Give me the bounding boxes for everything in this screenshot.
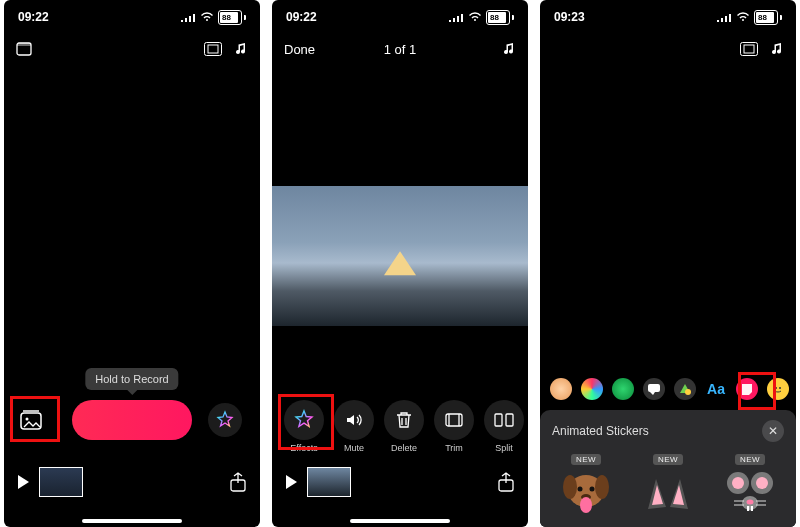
tool-delete[interactable]: Delete bbox=[384, 400, 424, 453]
library-button[interactable] bbox=[20, 409, 44, 431]
svg-rect-33 bbox=[751, 506, 753, 511]
music-icon[interactable] bbox=[236, 42, 248, 56]
top-bar bbox=[4, 28, 260, 70]
tool-row: Effects Mute Delete Trim Split Dupli bbox=[272, 400, 528, 453]
tool-label: Split bbox=[495, 443, 513, 453]
effect-filters[interactable] bbox=[581, 378, 603, 400]
battery-indicator: 88 bbox=[486, 10, 514, 25]
music-icon[interactable] bbox=[772, 42, 784, 56]
svg-point-5 bbox=[26, 418, 29, 421]
clock: 09:22 bbox=[18, 10, 49, 24]
home-indicator[interactable] bbox=[82, 519, 182, 523]
sticker-cat-ears[interactable]: NEW bbox=[634, 454, 702, 515]
play-button[interactable] bbox=[286, 475, 297, 489]
svg-rect-1 bbox=[17, 43, 31, 46]
tool-effects[interactable]: Effects bbox=[284, 400, 324, 453]
sticker-mouse[interactable]: NEW bbox=[716, 454, 784, 515]
svg-point-31 bbox=[747, 500, 754, 505]
status-bar: 09:22 88 bbox=[4, 0, 260, 28]
status-indicators: 88 bbox=[448, 10, 514, 25]
stickers-panel: Animated Stickers ✕ NEW NEW NEW bbox=[540, 410, 796, 527]
share-button[interactable] bbox=[498, 472, 514, 492]
svg-point-22 bbox=[578, 487, 583, 492]
svg-point-25 bbox=[580, 497, 592, 513]
screen-2-edit: 09:22 88 Done 1 of 1 Effects Mute Delete bbox=[272, 0, 528, 527]
svg-point-29 bbox=[756, 477, 768, 489]
battery-indicator: 88 bbox=[218, 10, 246, 25]
svg-point-16 bbox=[685, 389, 691, 395]
effect-text[interactable]: Aa bbox=[705, 378, 727, 400]
done-button[interactable]: Done bbox=[284, 42, 315, 57]
effect-live-titles[interactable] bbox=[643, 378, 665, 400]
new-badge: NEW bbox=[571, 454, 601, 465]
svg-rect-13 bbox=[741, 43, 758, 56]
svg-rect-14 bbox=[744, 45, 754, 53]
signal-icon bbox=[180, 12, 196, 22]
status-indicators: 88 bbox=[716, 10, 782, 25]
effect-shapes[interactable] bbox=[674, 378, 696, 400]
svg-point-28 bbox=[732, 477, 744, 489]
project-icon[interactable] bbox=[16, 41, 32, 57]
sticker-row: NEW NEW NEW bbox=[552, 454, 784, 515]
effect-animated-stickers[interactable] bbox=[736, 378, 758, 400]
music-icon[interactable] bbox=[504, 42, 516, 56]
svg-point-20 bbox=[563, 475, 577, 499]
clock: 09:23 bbox=[554, 10, 585, 24]
panel-title: Animated Stickers bbox=[552, 424, 649, 438]
new-badge: NEW bbox=[653, 454, 683, 465]
sticker-dog[interactable]: NEW bbox=[552, 454, 620, 515]
tool-trim[interactable]: Trim bbox=[434, 400, 474, 453]
svg-rect-15 bbox=[648, 384, 660, 392]
top-bar: Done 1 of 1 bbox=[272, 28, 528, 70]
svg-point-18 bbox=[779, 387, 781, 389]
screen-1-record: 09:22 88 Hold to Record bbox=[4, 0, 260, 527]
svg-rect-3 bbox=[208, 45, 218, 53]
effect-emoji[interactable] bbox=[767, 378, 789, 400]
wifi-icon bbox=[200, 12, 214, 22]
tool-split[interactable]: Split bbox=[484, 400, 524, 453]
tool-label: Effects bbox=[290, 443, 317, 453]
top-bar bbox=[540, 28, 796, 70]
clock: 09:22 bbox=[286, 10, 317, 24]
new-badge: NEW bbox=[735, 454, 765, 465]
svg-rect-32 bbox=[747, 506, 749, 511]
tool-mute[interactable]: Mute bbox=[334, 400, 374, 453]
tool-label: Trim bbox=[445, 443, 463, 453]
home-indicator[interactable] bbox=[350, 519, 450, 523]
clip-thumbnail[interactable] bbox=[39, 467, 83, 497]
effect-clips[interactable] bbox=[612, 378, 634, 400]
clip-counter: 1 of 1 bbox=[384, 42, 417, 57]
battery-indicator: 88 bbox=[754, 10, 782, 25]
aspect-ratio-icon[interactable] bbox=[204, 42, 222, 56]
clip-thumbnail[interactable] bbox=[307, 467, 351, 497]
timeline-row bbox=[272, 467, 528, 497]
effects-category-strip: Aa bbox=[540, 378, 796, 400]
wifi-icon bbox=[736, 12, 750, 22]
aspect-ratio-icon[interactable] bbox=[740, 42, 758, 56]
svg-rect-9 bbox=[506, 414, 513, 426]
status-indicators: 88 bbox=[180, 10, 246, 25]
svg-rect-2 bbox=[205, 43, 222, 56]
svg-point-21 bbox=[595, 475, 609, 499]
svg-rect-8 bbox=[495, 414, 502, 426]
wifi-icon bbox=[468, 12, 482, 22]
signal-icon bbox=[448, 12, 464, 22]
record-button[interactable] bbox=[72, 400, 192, 440]
hold-to-record-tooltip: Hold to Record bbox=[85, 368, 178, 390]
video-preview[interactable] bbox=[272, 186, 528, 326]
tool-label: Delete bbox=[391, 443, 417, 453]
svg-point-17 bbox=[775, 387, 777, 389]
effect-memoji[interactable] bbox=[550, 378, 572, 400]
svg-point-23 bbox=[590, 487, 595, 492]
signal-icon bbox=[716, 12, 732, 22]
close-button[interactable]: ✕ bbox=[762, 420, 784, 442]
effects-button[interactable] bbox=[208, 403, 242, 437]
status-bar: 09:23 88 bbox=[540, 0, 796, 28]
screen-3-stickers: 09:23 88 Aa Animate bbox=[540, 0, 796, 527]
share-button[interactable] bbox=[230, 472, 246, 492]
play-button[interactable] bbox=[18, 475, 29, 489]
timeline-row bbox=[4, 467, 260, 497]
tool-label: Mute bbox=[344, 443, 364, 453]
status-bar: 09:22 88 bbox=[272, 0, 528, 28]
